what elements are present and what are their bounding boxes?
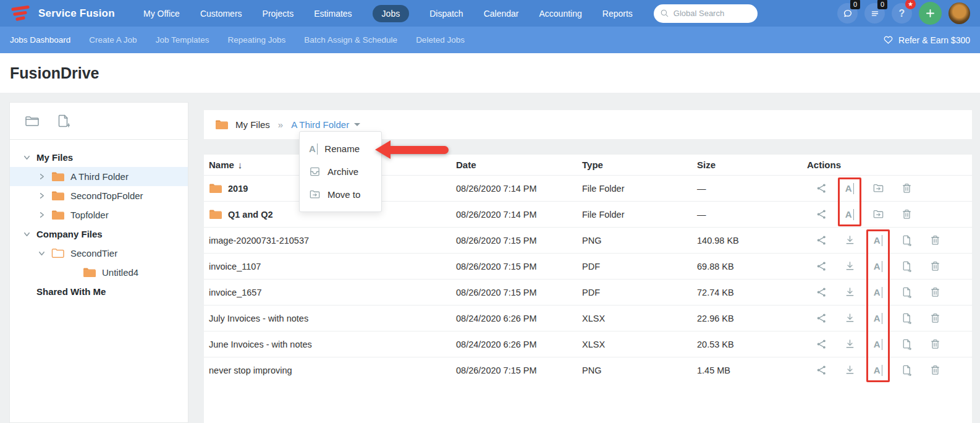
trash-button[interactable] — [921, 260, 949, 272]
share-button[interactable] — [807, 260, 835, 272]
cell-size: — — [697, 210, 807, 220]
subnav-item-batch-assign-schedule[interactable]: Batch Assign & Schedule — [304, 35, 397, 45]
breadcrumb-root[interactable]: My Files — [215, 119, 270, 130]
subnav-item-repeating-jobs[interactable]: Repeating Jobs — [227, 35, 285, 45]
trash-button[interactable] — [921, 234, 949, 246]
copy-button[interactable] — [892, 234, 921, 246]
service-fusion-logo-icon — [10, 4, 32, 23]
nav-item-jobs[interactable]: Jobs — [373, 5, 410, 22]
copy-button[interactable] — [892, 338, 921, 350]
rename-button[interactable]: A — [864, 338, 892, 350]
actions-cell: A — [807, 260, 972, 272]
chevron-right-icon[interactable] — [37, 212, 46, 218]
add-button[interactable] — [919, 2, 942, 25]
notifications-badge: 0 — [877, 0, 887, 9]
copy-button[interactable] — [892, 286, 921, 298]
cell-date: 08/26/2020 7:15 PM — [456, 236, 582, 246]
menu-item-archive[interactable]: Archive — [300, 160, 381, 183]
sidebar-item-my-files[interactable]: My Files — [10, 148, 188, 167]
file-name[interactable]: June Invoices - with notes — [209, 340, 456, 349]
chevron-down-icon[interactable] — [22, 231, 31, 237]
subnav-item-jobs-dashboard[interactable]: Jobs Dashboard — [10, 35, 70, 45]
cell-date: 08/24/2020 6:26 PM — [456, 340, 582, 349]
nav-item-accounting[interactable]: Accounting — [539, 9, 581, 19]
nav-item-customers[interactable]: Customers — [200, 9, 242, 19]
move-icon — [872, 182, 884, 194]
chat-button[interactable]: 0 — [837, 3, 858, 24]
nav-item-reports[interactable]: Reports — [602, 9, 633, 19]
share-button[interactable] — [807, 364, 835, 376]
file-name[interactable]: invoice_1657 — [209, 288, 456, 297]
chevron-right-icon[interactable] — [37, 192, 46, 199]
menu-item-rename[interactable]: ARename — [300, 137, 381, 160]
search-input[interactable] — [674, 9, 746, 18]
copy-button[interactable] — [892, 364, 921, 376]
share-button[interactable] — [807, 338, 835, 350]
notifications-button[interactable]: 0 — [864, 3, 885, 24]
trash-button[interactable] — [892, 182, 921, 194]
plus-icon — [925, 8, 936, 19]
copy-button[interactable] — [892, 312, 921, 324]
download-button[interactable] — [835, 364, 864, 376]
global-search[interactable] — [654, 4, 758, 23]
rename-icon: A — [874, 235, 882, 246]
share-button[interactable] — [807, 234, 835, 246]
sidebar-item-untitled4[interactable]: Untitled4 — [10, 263, 188, 282]
download-button[interactable] — [835, 234, 864, 246]
trash-button[interactable] — [892, 208, 921, 220]
share-button[interactable] — [807, 286, 835, 298]
rename-button[interactable]: A — [835, 208, 864, 220]
share-button[interactable] — [807, 182, 835, 194]
subnav-item-create-a-job[interactable]: Create A Job — [89, 35, 137, 45]
copy-button[interactable] — [892, 260, 921, 272]
sidebar-item-a-third-folder[interactable]: A Third Folder — [10, 167, 188, 186]
nav-item-estimates[interactable]: Estimates — [314, 9, 352, 19]
new-file-button[interactable] — [57, 114, 70, 129]
file-name[interactable]: never stop improving — [209, 365, 456, 375]
trash-button[interactable] — [921, 338, 949, 350]
move-button[interactable] — [864, 182, 892, 194]
menu-item-move-to[interactable]: Move to — [300, 183, 381, 206]
file-name[interactable]: invoice_1107 — [209, 262, 456, 271]
nav-item-my-office[interactable]: My Office — [143, 9, 180, 19]
table-row: invoice_110708/26/2020 7:15 PMPDF69.88 K… — [204, 253, 972, 279]
move-button[interactable] — [864, 208, 892, 220]
rename-button[interactable]: A — [864, 260, 892, 272]
subnav-item-deleted-jobs[interactable]: Deleted Jobs — [416, 35, 465, 45]
new-folder-button[interactable] — [25, 114, 40, 128]
download-button[interactable] — [835, 338, 864, 350]
nav-item-dispatch[interactable]: Dispatch — [429, 9, 463, 19]
download-button[interactable] — [835, 286, 864, 298]
file-name[interactable]: image-20200731-210537 — [209, 236, 456, 246]
sidebar-item-secondtier[interactable]: SecondTier — [10, 244, 188, 263]
chevron-down-icon[interactable] — [37, 250, 46, 257]
rename-button[interactable]: A — [835, 182, 864, 194]
help-button[interactable]: ? ★ — [892, 3, 912, 24]
rename-button[interactable]: A — [864, 234, 892, 246]
trash-button[interactable] — [921, 312, 949, 324]
sidebar-item-shared-with-me[interactable]: Shared With Me — [10, 282, 188, 301]
trash-button[interactable] — [921, 286, 949, 298]
share-button[interactable] — [807, 312, 835, 324]
rename-button[interactable]: A — [864, 312, 892, 324]
brand[interactable]: Service Fusion — [0, 4, 143, 23]
avatar[interactable] — [948, 2, 970, 24]
nav-item-calendar[interactable]: Calendar — [484, 9, 519, 19]
chevron-right-icon[interactable] — [37, 173, 46, 180]
brand-name: Service Fusion — [38, 7, 115, 20]
sidebar-item-topfolder[interactable]: Topfolder — [10, 205, 188, 224]
trash-button[interactable] — [921, 364, 949, 376]
nav-item-projects[interactable]: Projects — [263, 9, 294, 19]
rename-button[interactable]: A — [864, 286, 892, 298]
share-button[interactable] — [807, 208, 835, 220]
breadcrumb-current[interactable]: A Third Folder — [291, 119, 360, 130]
file-name[interactable]: July Invoices - with notes — [209, 314, 456, 323]
sidebar-item-secondtopfolder[interactable]: SecondTopFolder — [10, 186, 188, 205]
download-button[interactable] — [835, 312, 864, 324]
subnav-item-job-templates[interactable]: Job Templates — [156, 35, 209, 45]
rename-button[interactable]: A — [864, 364, 892, 376]
refer-earn-link[interactable]: Refer & Earn $300 — [883, 35, 970, 45]
download-button[interactable] — [835, 260, 864, 272]
sidebar-item-company-files[interactable]: Company Files — [10, 224, 188, 244]
chevron-down-icon[interactable] — [22, 154, 31, 161]
